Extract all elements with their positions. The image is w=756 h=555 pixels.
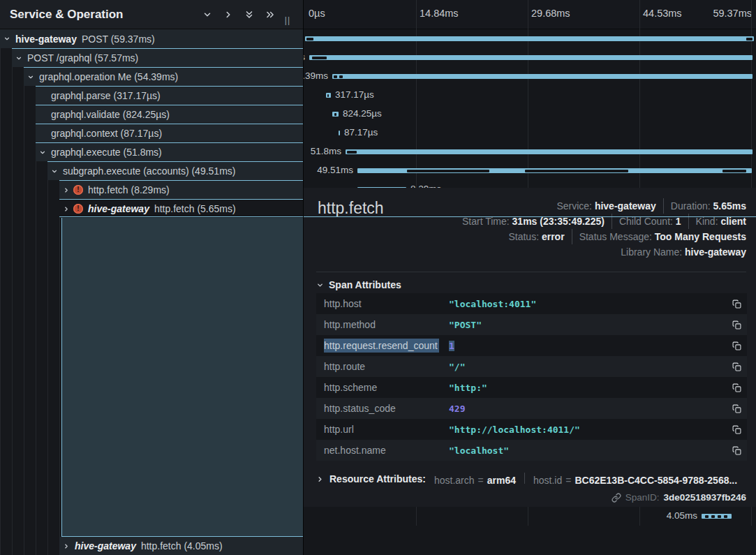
span-id-label: SpanID:	[625, 492, 660, 503]
axis-tick: 29.68ms	[531, 8, 570, 19]
copy-icon[interactable]	[726, 446, 747, 455]
copy-icon[interactable]	[726, 320, 747, 330]
tree-row[interactable]: graphql.context (87.17µs)	[36, 124, 303, 142]
timeline-row[interactable]: 87.17µs	[304, 124, 756, 142]
span-bar[interactable]	[326, 93, 331, 98]
timeline-row[interactable]	[304, 29, 756, 48]
expand-one-icon[interactable]	[222, 8, 235, 21]
span-bar[interactable]	[305, 36, 754, 41]
attribute-row: http.route"/"	[316, 356, 747, 377]
span-id-value: 3de02518937fb246	[663, 492, 746, 503]
child-span-mark	[724, 515, 727, 518]
timeline-row[interactable]: 317.17µs	[304, 86, 756, 105]
collapse-all-icon[interactable]	[243, 8, 255, 21]
span-attributes-label: Span Attributes	[329, 279, 401, 290]
chevron-down-icon[interactable]	[51, 168, 58, 175]
overview-line: Service: hive-gatewayDuration: 5.65ms	[462, 198, 746, 214]
axis-tick: 59.37ms	[713, 8, 752, 19]
tree-row[interactable]: graphql.validate (824.25µs)	[36, 105, 303, 124]
tree-row[interactable]: subgraph.execute (accounts) (49.51ms)	[47, 161, 303, 180]
duration-label: 57.57ms	[304, 52, 305, 62]
child-span-mark	[339, 75, 343, 78]
tree-row[interactable]: POST /graphql (57.57ms)	[12, 48, 303, 67]
attribute-key: http.url	[316, 424, 449, 435]
attribute-key: http.status_code	[316, 403, 449, 414]
collapse-one-icon[interactable]	[201, 8, 214, 21]
span-tree: hive-gatewayPOST (59.37ms)POST /graphql …	[0, 29, 303, 555]
attribute-value: "/"	[449, 362, 726, 372]
detail-divider	[316, 272, 746, 272]
span-tree-column: Service & Operation || hive-gatewayPOST …	[0, 0, 303, 555]
resource-pair: host.arch=arm64	[434, 475, 516, 486]
tree-row[interactable]: graphql.parse (317.17µs)	[36, 86, 303, 105]
tree-header-title: Service & Operation	[0, 8, 124, 22]
span-detail-panel: http.fetch Service: hive-gatewayDuration…	[304, 188, 756, 507]
duration-label: 87.17µs	[344, 127, 378, 138]
tree-row[interactable]: hive-gatewayhttp.fetch (4.05ms)	[59, 537, 303, 555]
chevron-right-icon[interactable]	[63, 186, 70, 193]
span-bar[interactable]	[332, 74, 753, 79]
service-name: hive-gateway	[15, 34, 77, 45]
attribute-value: "http:"	[449, 383, 726, 393]
chevron-down-icon[interactable]	[39, 149, 46, 156]
tree-row[interactable]: graphql.execute (51.8ms)	[36, 142, 303, 161]
span-bar[interactable]	[332, 112, 339, 117]
copy-icon[interactable]	[726, 341, 747, 350]
timeline-row[interactable]: 49.51ms	[304, 161, 756, 180]
span-bar[interactable]	[339, 131, 340, 135]
column-divider[interactable]	[303, 0, 304, 555]
service-name: hive-gateway	[88, 203, 149, 214]
link-icon[interactable]	[612, 493, 621, 503]
copy-icon[interactable]	[726, 425, 747, 434]
duration-label: 54.39ms	[304, 71, 328, 81]
child-span-mark	[525, 170, 628, 172]
attribute-row: http.scheme"http:"	[316, 377, 747, 398]
span-bar[interactable]	[346, 149, 753, 154]
child-span-mark	[334, 113, 336, 116]
timeline-row[interactable]: 57.57ms	[304, 48, 756, 67]
attribute-value: "localhost:4011"	[449, 299, 726, 309]
child-span-mark	[407, 170, 489, 172]
timeline-row[interactable]: 54.39ms	[304, 67, 756, 86]
span-attributes-header[interactable]: Span Attributes	[316, 279, 401, 290]
attribute-value: "http://localhost:4011/"	[449, 424, 726, 435]
timeline-row[interactable]: 824.25µs	[304, 105, 756, 124]
duration-label: 4.05ms	[667, 510, 697, 521]
span-bar[interactable]	[357, 168, 752, 173]
chevron-down-icon[interactable]	[15, 54, 22, 61]
trace-viewer: Service & Operation || hive-gatewayPOST …	[0, 0, 756, 555]
column-resize-handle[interactable]: ||	[285, 15, 290, 25]
overview-field: Library Name: hive-gateway	[621, 244, 746, 260]
copy-icon[interactable]	[726, 404, 747, 413]
overview-field: Status: error	[508, 229, 564, 244]
tree-row-selected[interactable]: hive-gatewayhttp.fetch (5.65ms)	[59, 199, 303, 218]
duration-label: 51.8ms	[311, 146, 341, 156]
chevron-right-icon[interactable]	[63, 542, 70, 549]
tree-row[interactable]: http.fetch (8.29ms)	[59, 180, 303, 199]
operation-name: POST (59.37ms)	[82, 34, 155, 45]
attribute-row: http.method"POST"	[316, 314, 747, 335]
copy-icon[interactable]	[726, 299, 747, 309]
copy-icon[interactable]	[726, 362, 747, 371]
attribute-key: http.host	[316, 298, 449, 309]
span-bar[interactable]	[309, 55, 753, 60]
service-name: hive-gateway	[75, 540, 136, 552]
chevron-right-icon[interactable]	[63, 205, 70, 212]
indent-guide	[12, 29, 13, 555]
expander-spacer	[39, 111, 46, 118]
tree-row[interactable]: graphql.operation Me (54.39ms)	[24, 67, 303, 86]
timeline-row[interactable]: 51.8ms	[304, 142, 756, 161]
child-span-mark	[711, 515, 715, 518]
operation-name: graphql.parse (317.17µs)	[51, 90, 161, 101]
span-bar[interactable]	[702, 514, 732, 519]
chevron-down-icon[interactable]	[27, 73, 34, 80]
expand-all-icon[interactable]	[264, 8, 276, 21]
span-overview: Service: hive-gatewayDuration: 5.65msSta…	[462, 198, 746, 260]
copy-icon[interactable]	[726, 383, 747, 392]
attribute-key: http.scheme	[316, 382, 449, 393]
chevron-down-icon[interactable]	[3, 36, 10, 43]
tree-row[interactable]: hive-gatewayPOST (59.37ms)	[0, 29, 303, 48]
resource-attributes-row[interactable]: Resource Attributes: host.arch=arm64host…	[316, 470, 746, 488]
child-span-mark	[334, 75, 337, 78]
attribute-key: http.route	[316, 361, 449, 372]
